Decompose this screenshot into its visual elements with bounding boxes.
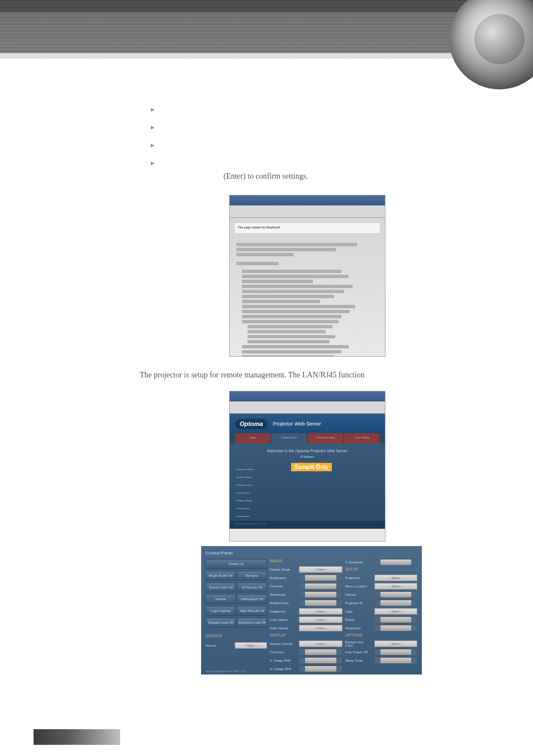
- overscan-slider[interactable]: [299, 649, 342, 655]
- welcome-text: Welcome to the Optoma Projector Web Serv…: [235, 449, 379, 453]
- page-footer-bar: [34, 729, 120, 745]
- brightness-slider[interactable]: [299, 575, 342, 581]
- row-label: Sleep Timer: [345, 659, 372, 662]
- window-titlebar: [230, 195, 385, 205]
- volume-slider[interactable]: [374, 591, 417, 598]
- row-label: Projection: [345, 576, 372, 580]
- row-label: Menu Location: [345, 585, 372, 588]
- projector-id-slider[interactable]: [374, 600, 417, 606]
- browser-toolbar: [230, 401, 385, 414]
- power-on-button[interactable]: Power On: [206, 559, 267, 569]
- sleep-timer-slider[interactable]: [374, 657, 417, 664]
- keypad-lock-button[interactable]: Keypad Lock Off: [206, 618, 236, 628]
- h-shift-slider[interactable]: [299, 666, 342, 672]
- info-row: Display Mode: [236, 497, 254, 505]
- image-section-header: IMAGE: [270, 559, 342, 563]
- row-label: Display Format: [270, 642, 297, 645]
- cp-right-column: V. Keystone SETUP Projection --- Select …: [345, 559, 417, 662]
- row-label: Volume: [345, 593, 372, 596]
- phase-slider[interactable]: [374, 616, 417, 623]
- row-label: Logo: [345, 610, 372, 613]
- header-banner: [0, 0, 533, 59]
- row-label: Projector ID: [345, 601, 372, 605]
- tab-control[interactable]: Control Panel: [272, 433, 307, 443]
- row-label: Brightness: [270, 576, 297, 580]
- info-row: Display Source: [236, 481, 254, 489]
- bullet-list: [148, 101, 511, 172]
- info-list: Projector Status System Status Display S…: [236, 466, 254, 520]
- tab-network[interactable]: Network Setting: [308, 433, 343, 443]
- color-space-select[interactable]: --- Select ---: [299, 625, 342, 631]
- logo-select[interactable]: --- Select ---: [374, 608, 417, 615]
- nav-tabs: Home Control Panel Network Setting Alert…: [230, 433, 385, 443]
- cp-columns: Power On Bright Mode Off Re-sync Source …: [206, 559, 417, 662]
- content-area: (Enter) to confirm settings. The page ca…: [0, 59, 533, 697]
- cp-title: Control Panel: [206, 551, 417, 556]
- cp-left-column: Power On Bright Mode Off Re-sync Source …: [206, 559, 267, 662]
- row-label: Phase: [345, 618, 372, 621]
- bullet-item: [148, 136, 511, 154]
- error-body: [230, 238, 385, 357]
- bg-color-select[interactable]: --- Select ---: [374, 640, 417, 647]
- display-format-select[interactable]: --- Select ---: [299, 640, 342, 647]
- row-label: V. Image Shift: [270, 659, 297, 662]
- row-label: Sharpness: [270, 593, 297, 596]
- contrast-slider[interactable]: [299, 583, 342, 590]
- source-section-label: SOURCE: [206, 634, 267, 638]
- row-label: Overscan: [270, 650, 297, 654]
- tab-home[interactable]: Home: [235, 433, 270, 443]
- row-label: H. Image Shift: [270, 667, 297, 671]
- logo-capture-button[interactable]: Logo Capture: [206, 606, 236, 616]
- resync-button[interactable]: Re-sync: [237, 571, 267, 581]
- source-lock-button[interactable]: Source Lock Off: [206, 582, 236, 592]
- setup-section-header: SETUP: [345, 567, 417, 571]
- source-select[interactable]: --- Select ---: [235, 642, 267, 649]
- projector-web-screenshot: Optoma Projector Web Server Home Control…: [229, 391, 386, 542]
- high-altitude-button[interactable]: High Altitude Off: [237, 606, 267, 616]
- cp-footer: www.optoma.com (Ver. 0.1): [206, 669, 246, 673]
- v-shift-slider[interactable]: [299, 657, 342, 664]
- display-section-header: DISPLAY: [270, 633, 342, 637]
- color-setup-select[interactable]: --- Select ---: [299, 616, 342, 623]
- row-label: Degamma: [270, 610, 297, 613]
- display-mode-select[interactable]: --- Select ---: [299, 566, 342, 573]
- auto-power-slider[interactable]: [374, 649, 417, 655]
- sample-badge: Sample Only: [291, 463, 332, 471]
- optoma-logo: Optoma: [235, 419, 268, 429]
- row-label: Color Setup: [270, 618, 297, 621]
- bullet-item: [148, 154, 511, 172]
- web-footer: www.optoma.com (Ver. 0.1): [230, 521, 385, 529]
- header-title: Projector Web Server: [273, 421, 321, 427]
- browser-error-screenshot: The page cannot be displayed: [229, 195, 386, 357]
- window-titlebar: [230, 391, 385, 401]
- info-row: Projector Status: [236, 466, 254, 473]
- tab-alert[interactable]: Alert Setting: [344, 433, 379, 443]
- keystone-lock-button[interactable]: Keystone Lock Off: [237, 618, 267, 628]
- info-row: Lamp Hours: [236, 489, 254, 497]
- description-text: The projector is setup for remote manage…: [140, 371, 511, 380]
- frequency-slider[interactable]: [374, 625, 417, 631]
- bullet-item: [148, 118, 511, 136]
- row-label: Color Space: [270, 626, 297, 630]
- sharpness-slider[interactable]: [299, 591, 342, 598]
- error-title: The page cannot be displayed: [237, 226, 377, 229]
- info-button[interactable]: Information Off: [237, 594, 267, 604]
- control-panel-screenshot: Control Panel Power On Bright Mode Off R…: [201, 546, 422, 674]
- freeze-button[interactable]: Freeze: [206, 594, 236, 604]
- row-label: Display Mode: [270, 568, 297, 571]
- info-row: Information: [236, 513, 254, 520]
- bright-mode-button[interactable]: Bright Mode Off: [206, 571, 236, 581]
- keystone-slider[interactable]: [374, 559, 417, 566]
- brilliantcolor-slider[interactable]: [299, 600, 342, 606]
- all-source-button[interactable]: All Source Off: [237, 582, 267, 592]
- options-section-header: OPTIONS: [345, 633, 417, 637]
- source-label: Source: [206, 644, 232, 647]
- degamma-select[interactable]: --- Select ---: [299, 608, 342, 615]
- row-label: V. Keystone: [345, 561, 372, 564]
- row-label: BrilliantColor: [270, 601, 297, 605]
- confirm-text: (Enter) to confirm settings.: [223, 172, 511, 181]
- row-label: Frequency: [345, 626, 372, 630]
- projection-select[interactable]: --- Select ---: [374, 575, 417, 581]
- menu-location-select[interactable]: --- Select ---: [374, 583, 417, 590]
- ip-text: IP Address: [235, 455, 379, 458]
